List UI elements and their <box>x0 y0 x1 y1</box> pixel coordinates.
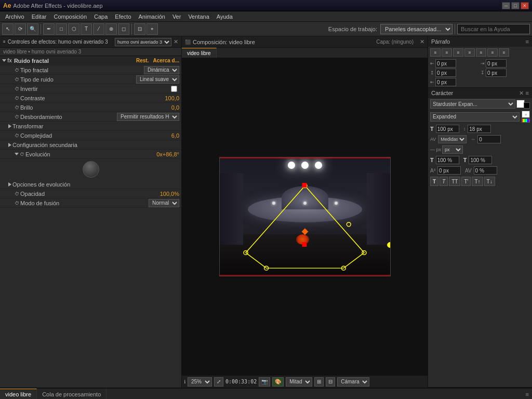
invertir-checkbox[interactable] <box>171 86 177 92</box>
font-family-select[interactable]: Starduster Expan... <box>430 99 515 109</box>
menu-ver[interactable]: Ver <box>169 12 184 21</box>
guides-btn[interactable]: ⊟ <box>326 377 335 387</box>
margin-input[interactable] <box>435 78 456 86</box>
menu-composicion[interactable]: Composición <box>50 12 90 21</box>
grid-btn[interactable]: ⊞ <box>314 377 324 387</box>
comp-close-btn[interactable]: ✕ <box>420 38 424 45</box>
format-sub-btn[interactable]: T↓ <box>484 177 495 186</box>
leading-input[interactable] <box>468 125 491 133</box>
about-btn[interactable]: Acerca d... <box>153 58 179 63</box>
tool-zoom-in[interactable]: 🔍 <box>27 23 38 35</box>
evolucion-expand[interactable] <box>15 153 19 155</box>
complejidad-stopwatch[interactable]: ⏱ <box>15 133 19 138</box>
menu-ventana[interactable]: Ventana <box>185 12 212 21</box>
menu-editar[interactable]: Editar <box>29 12 50 21</box>
evolucion-stopwatch[interactable]: ⏱ <box>20 152 24 157</box>
tool-text[interactable]: T <box>81 23 92 35</box>
menu-capa[interactable]: Capa <box>91 12 111 21</box>
font-style-select[interactable]: Expanded <box>430 112 520 122</box>
align-center-btn[interactable]: ≡ <box>442 48 452 57</box>
modo-fusion-stopwatch[interactable]: ⏱ <box>15 201 19 206</box>
reset-btn[interactable]: Rest. <box>136 58 149 63</box>
tipo-ruido-select[interactable]: Lineal suave <box>136 75 179 84</box>
format-super-btn[interactable]: T↑ <box>472 177 483 186</box>
unit-select[interactable]: px <box>442 145 463 154</box>
tool-select[interactable]: ↖ <box>2 23 14 35</box>
complejidad-value[interactable]: 6,0 <box>171 132 179 139</box>
desbordamiento-stopwatch[interactable]: ⏱ <box>15 114 19 119</box>
transformar-toggle[interactable] <box>8 124 11 128</box>
opacidad-stopwatch[interactable]: ⏱ <box>15 191 19 196</box>
horiz-scale-input[interactable] <box>469 156 492 164</box>
tool-shape1[interactable]: □ <box>56 23 67 35</box>
tracking-input[interactable] <box>477 135 501 143</box>
brillo-value[interactable]: 0,0 <box>171 104 179 111</box>
align-justify-btn[interactable]: ≡ <box>464 48 475 57</box>
tool-clone[interactable]: ⊕ <box>105 23 117 35</box>
menu-efecto[interactable]: Efecto <box>112 12 134 21</box>
opciones-toggle[interactable] <box>8 182 11 187</box>
maximize-button[interactable]: □ <box>511 2 520 9</box>
color-btn[interactable]: 🎨 <box>272 377 284 387</box>
invertir-stopwatch[interactable]: ⏱ <box>15 86 19 91</box>
tl-panel-menu[interactable]: ≡ <box>523 391 532 397</box>
tipo-ruido-stopwatch[interactable]: ⏱ <box>15 77 19 82</box>
format-smallcaps-btn[interactable]: T' <box>461 177 471 186</box>
contraste-value[interactable]: 100,0 <box>165 95 179 101</box>
resolution-select[interactable]: Mitad <box>286 377 312 387</box>
paragraph-menu[interactable]: ≡ <box>526 38 529 45</box>
brillo-stopwatch[interactable]: ⏱ <box>15 105 19 110</box>
baseline-input[interactable] <box>437 166 461 175</box>
color-gradient[interactable] <box>522 118 530 123</box>
tool-pin[interactable]: ⊡ <box>134 23 145 35</box>
snapshot-btn[interactable]: 📷 <box>259 377 270 387</box>
close-button[interactable]: ✕ <box>521 2 529 9</box>
font-size-input[interactable] <box>436 125 459 133</box>
menu-ayuda[interactable]: Ayuda <box>214 12 236 21</box>
indent-right-input[interactable] <box>486 59 507 68</box>
minimize-button[interactable]: ─ <box>502 2 510 9</box>
desbordamiento-select[interactable]: Permitir resultados HC <box>117 113 179 121</box>
character-menu[interactable]: ✕ <box>519 90 524 97</box>
tool-eraser[interactable]: ◻ <box>118 23 129 35</box>
stroke-color-swatch[interactable]: ■ <box>522 111 530 118</box>
character-panel-menu[interactable]: ≡ <box>526 90 529 96</box>
comp-tab-video-libre[interactable]: video libre <box>182 48 217 58</box>
vert-scale-input[interactable] <box>436 156 459 164</box>
tool-shape2[interactable]: ⬡ <box>68 23 79 35</box>
align-left-btn[interactable]: ≡ <box>430 48 441 57</box>
tool-rotate[interactable]: ⟳ <box>15 23 26 35</box>
space-before-input[interactable] <box>435 69 456 77</box>
panel-expand-icon[interactable]: ≡ <box>3 39 6 44</box>
evolucion-dial[interactable] <box>83 161 99 178</box>
workspace-select[interactable]: Paneles desacoplad... <box>380 24 453 34</box>
modo-fusion-select[interactable]: Normal <box>149 199 179 207</box>
camera-select[interactable]: Cámara <box>337 377 369 387</box>
panel-close-button[interactable]: ✕ <box>174 38 178 45</box>
tool-pen[interactable]: ✒ <box>43 23 55 35</box>
align-justify2-btn[interactable]: ≡ <box>476 48 486 57</box>
tool-brush[interactable]: ∕ <box>93 23 104 35</box>
contraste-stopwatch[interactable]: ⏱ <box>15 96 19 101</box>
format-italic-btn[interactable]: T <box>440 177 448 186</box>
tl-tab-video-libre[interactable]: video libre <box>0 389 37 399</box>
tl-tab-cola[interactable]: Cola de procesamiento <box>37 389 107 399</box>
layer-select[interactable]: humo ovni averiado 3 <box>115 38 171 46</box>
config-sec-toggle[interactable] <box>8 143 11 147</box>
zoom-select[interactable]: 25% <box>188 377 212 387</box>
format-allcaps-btn[interactable]: TT <box>449 177 460 186</box>
kerning-method[interactable]: Medidas <box>438 135 467 143</box>
format-bold-btn[interactable]: T <box>430 177 438 186</box>
help-search-input[interactable] <box>457 24 530 34</box>
color-picker-bg[interactable] <box>524 102 530 109</box>
menu-archivo[interactable]: Archivo <box>2 12 28 21</box>
align-right-btn[interactable]: ≡ <box>453 48 463 57</box>
tipo-fractal-select[interactable]: Dinámica <box>144 66 179 74</box>
indent-left-input[interactable] <box>435 59 456 68</box>
align-fill-btn[interactable]: ≡ <box>499 48 509 57</box>
fit-btn[interactable]: ⤢ <box>214 377 223 387</box>
align-justify3-btn[interactable]: ≡ <box>487 48 498 57</box>
tipo-fractal-stopwatch[interactable]: ⏱ <box>15 68 19 73</box>
opacidad-value[interactable]: 100,0% <box>160 191 179 197</box>
evolucion-value[interactable]: 0x+86,8° <box>156 151 179 157</box>
